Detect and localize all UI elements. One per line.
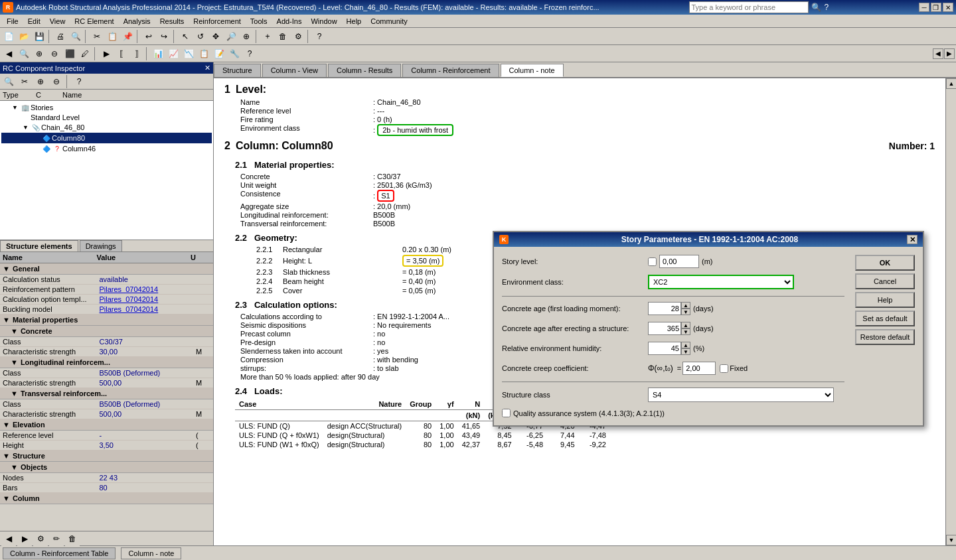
tree-stories[interactable]: ▼ 🏢 Stories [1,102,212,113]
tab-column-note[interactable]: Column - note [501,64,564,77]
spinbox-up[interactable]: ▲ [681,302,690,309]
bottom-btn5[interactable]: 🗑 [65,531,80,546]
creep-input[interactable] [682,362,716,375]
tb2-btn14[interactable]: 📝 [212,46,226,61]
status-tab-note[interactable]: Column - note [121,547,181,559]
open-button[interactable]: 📂 [17,29,31,44]
story-level-checkbox[interactable] [648,257,657,266]
menu-results[interactable]: Results [156,16,189,27]
dialog-close-button[interactable]: ✕ [907,235,917,244]
spinbox-down3[interactable]: ▼ [681,348,690,355]
search-icon[interactable]: 🔍 [811,3,821,12]
paste-button[interactable]: 📌 [120,29,135,44]
search-input[interactable] [689,1,809,13]
bottom-btn4[interactable]: ✏ [49,531,64,546]
dialog-set-default-button[interactable]: Set as default [855,311,915,326]
concrete-age-first-input[interactable] [648,302,681,315]
props-section-trans[interactable]: ▼ Transversal reinforcem... [0,388,213,399]
edit-prop-button[interactable]: ⚙ [291,29,305,44]
env-class-select[interactable]: XC1 XC2 XC3 XC4 [648,275,794,289]
tab-drawings[interactable]: Drawings [80,240,122,251]
tree-tb-help[interactable]: ? [72,74,86,89]
tree-standard-level[interactable]: Standard Level [1,113,212,122]
creep-fixed-checkbox[interactable] [720,364,728,373]
tab-column-view[interactable]: Column - View [262,64,327,77]
props-section-material[interactable]: ▼ Material properties [0,315,213,326]
print-preview-button[interactable]: 🔍 [68,29,83,44]
dialog-help-button[interactable]: Help [855,292,915,308]
props-section-general[interactable]: ▼ General [0,263,213,275]
tb2-btn6[interactable]: 🖊 [78,46,92,61]
tab-structure-elements[interactable]: Structure elements [0,240,78,251]
tree-tb-btn3[interactable]: ⊕ [33,74,48,89]
tab-column-reinforcement[interactable]: Column - Reinforcement [402,64,499,77]
help-btn[interactable]: ? [312,29,327,44]
snap-button[interactable]: ⊕ [239,29,254,44]
restore-button[interactable]: ❐ [931,3,941,12]
tree-chain[interactable]: ▼ 📎 Chain_46_80 [1,122,212,133]
delete-button[interactable]: 🗑 [276,29,290,44]
close-button[interactable]: ✕ [943,3,953,12]
prop-value[interactable]: Pilares_07042014 [97,285,194,294]
copy-button[interactable]: 📋 [105,29,120,44]
select-button[interactable]: ↖ [178,29,193,44]
tb2-btn4[interactable]: ⊖ [47,46,62,61]
tb2-btn9[interactable]: ⟧ [129,46,144,61]
spinbox-up3[interactable]: ▲ [681,342,690,348]
spinbox-down2[interactable]: ▼ [681,328,690,335]
spinbox-up2[interactable]: ▲ [681,322,690,328]
prop-value[interactable]: Pilares_07042014 [97,305,194,314]
structure-class-select[interactable]: S1 S2 S3 S4 S5 S6 [648,387,834,402]
menu-view[interactable]: View [46,16,70,27]
move-button[interactable]: ✥ [208,29,223,44]
menu-add-ins[interactable]: Add-Ins [273,16,306,27]
cut-button[interactable]: ✂ [90,29,104,44]
dialog-restore-default-button[interactable]: Restore default [855,329,915,345]
redo-button[interactable]: ↪ [157,29,171,44]
print-button[interactable]: 🖨 [53,29,68,44]
story-level-input[interactable] [659,255,699,268]
new-button[interactable]: 📄 [1,29,16,44]
concrete-age-erect-input[interactable] [648,322,681,335]
bottom-btn2[interactable]: ▶ [17,531,32,546]
menu-file[interactable]: File [3,16,23,27]
minimize-button[interactable]: ─ [919,3,929,12]
scroll-up-arrow[interactable]: ▲ [946,78,956,89]
tb2-btn5[interactable]: ⬛ [62,46,77,61]
help-icon[interactable]: ? [824,3,829,12]
menu-reinforcement[interactable]: Reinforcement [189,16,245,27]
tree-tb-btn1[interactable]: 🔍 [1,74,16,89]
rc-inspector-close[interactable]: ✕ [204,64,210,72]
menu-analysis[interactable]: Analysis [120,16,155,27]
prop-value[interactable]: Pilares_07042014 [97,295,194,304]
menu-rc-element[interactable]: RC Element [70,16,118,27]
tb2-btn16[interactable]: ? [242,46,257,61]
tb2-btn1[interactable]: ◀ [1,46,16,61]
undo-button[interactable]: ↩ [141,29,156,44]
zoom-button[interactable]: 🔎 [224,29,238,44]
tb2-btn13[interactable]: 📋 [197,46,211,61]
menu-edit[interactable]: Edit [24,16,44,27]
add-button[interactable]: + [260,29,275,44]
scroll-right[interactable]: ▶ [944,48,955,59]
status-tab-reinforcement[interactable]: Column - Reinforcement Table [3,547,116,559]
rotate-button[interactable]: ↺ [193,29,208,44]
props-section-column[interactable]: ▼ Column [0,493,213,504]
props-section-objects[interactable]: ▼ Objects [0,462,213,473]
quality-checkbox[interactable] [502,409,511,417]
props-section-structure[interactable]: ▼ Structure [0,451,213,462]
tb2-btn2[interactable]: 🔍 [17,46,31,61]
tb2-btn10[interactable]: 📊 [151,46,165,61]
menu-help[interactable]: Help [343,16,366,27]
tree-column80[interactable]: 🔷 Column80 [1,133,212,143]
tab-column-results[interactable]: Column - Results [328,64,401,77]
tb2-btn12[interactable]: 📉 [181,46,196,61]
tb2-btn15[interactable]: 🔧 [227,46,242,61]
spinbox-down[interactable]: ▼ [681,309,690,315]
tb2-btn7[interactable]: ▶ [99,46,114,61]
bottom-btn3[interactable]: ⚙ [33,531,48,546]
props-section-elevation[interactable]: ▼ Elevation [0,419,213,431]
tab-structure[interactable]: Structure [214,64,261,77]
tree-tb-btn2[interactable]: ✂ [17,74,32,89]
scroll-down-arrow[interactable]: ▼ [946,535,956,545]
